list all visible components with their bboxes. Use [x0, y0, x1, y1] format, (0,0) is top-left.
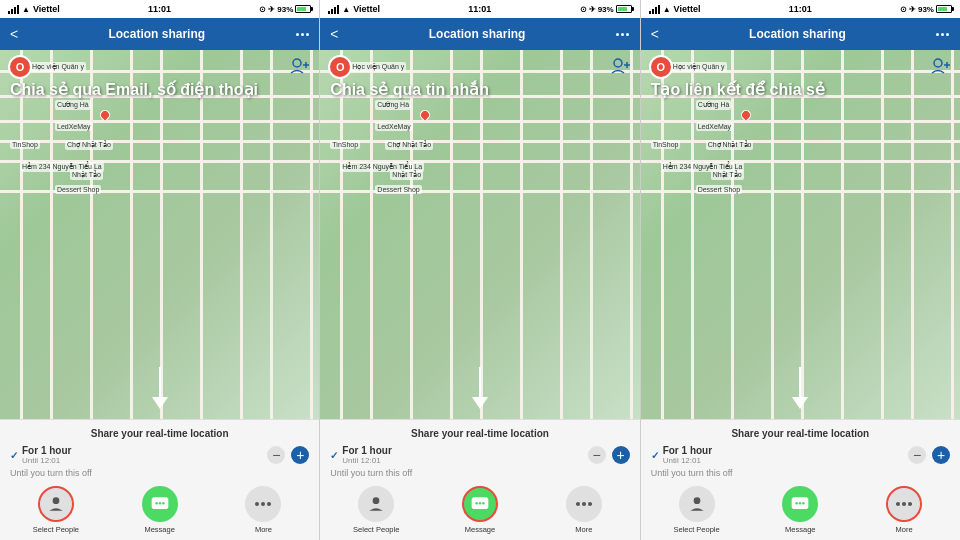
more-menu-button[interactable] [936, 33, 950, 36]
map-area: Học viện Quân yCường HàLedXeMayTinShopCh… [0, 50, 319, 419]
action-select-people-button[interactable]: Select People [647, 486, 747, 534]
decrease-duration-button[interactable]: − [908, 446, 926, 464]
svg-point-9 [614, 59, 622, 67]
duration-controls: − + [267, 446, 309, 464]
map-road-v [310, 50, 313, 419]
duration-text: For 1 hour [342, 445, 391, 456]
bottom-panel: Share your real-time location ✓ For 1 ho… [0, 419, 319, 540]
duration-sub: Until 12:01 [22, 456, 71, 465]
dot-icon [306, 33, 309, 36]
map-road-v [50, 50, 53, 419]
back-button[interactable]: < [10, 26, 18, 42]
svg-point-6 [155, 502, 158, 505]
bottom-panel: Share your real-time location ✓ For 1 ho… [320, 419, 639, 540]
map-label: Cường Hà [696, 100, 732, 110]
action-select-people-button[interactable]: Select People [326, 486, 426, 534]
map-road-v [340, 50, 343, 419]
more-menu-button[interactable] [616, 33, 630, 36]
action-buttons: Select People Message More [6, 486, 313, 534]
action-more-button[interactable]: More [214, 486, 314, 534]
select-people-label: Select People [353, 525, 399, 534]
battery-percent: 93% [598, 5, 614, 14]
wifi-icon: ▲ [663, 5, 671, 14]
map-road-v [240, 50, 243, 419]
increase-duration-button[interactable]: + [291, 446, 309, 464]
svg-point-26 [802, 502, 805, 505]
arrow-line [479, 367, 481, 397]
battery-percent: 93% [918, 5, 934, 14]
map-label: Học viện Quân y [30, 62, 86, 72]
map-road-v [841, 50, 844, 419]
check-icon: ✓ [330, 450, 338, 461]
map-label: Dessert Shop [55, 185, 101, 194]
duration-sub: Until 12:01 [342, 456, 391, 465]
battery-fill [938, 7, 947, 11]
person-icon [687, 494, 707, 514]
dot-icon [946, 33, 949, 36]
action-buttons: Select People Message More [326, 486, 633, 534]
map-road-v [881, 50, 884, 419]
map-road-v [731, 50, 734, 419]
duration-text: For 1 hour [663, 445, 712, 456]
map-road-v [370, 50, 373, 419]
action-select-people-button[interactable]: Select People [6, 486, 106, 534]
status-time: 11:01 [148, 4, 171, 14]
dot-icon [261, 502, 265, 506]
map-road-v [130, 50, 133, 419]
battery-fill [297, 7, 306, 11]
arrow-line [159, 367, 161, 397]
person-icon [366, 494, 386, 514]
signal-bar [655, 7, 657, 14]
svg-point-8 [162, 502, 165, 505]
map-road-v [911, 50, 914, 419]
check-icon: ✓ [651, 450, 659, 461]
map-label: TinShop [330, 140, 360, 149]
back-button[interactable]: < [330, 26, 338, 42]
duration-row: ✓ For 1 hour Until 12:01 − + [326, 445, 633, 465]
more-dots-icon [255, 502, 271, 506]
action-message-button[interactable]: Message [750, 486, 850, 534]
arrow-head [152, 397, 168, 409]
battery-icon: ⊙ [900, 5, 907, 14]
map-label: Cường Hà [55, 100, 91, 110]
map-label: Dessert Shop [375, 185, 421, 194]
svg-point-16 [479, 502, 482, 505]
action-message-button[interactable]: Message [110, 486, 210, 534]
dot-icon [588, 502, 592, 506]
map-road-v [951, 50, 954, 419]
duration-controls: − + [908, 446, 950, 464]
increase-duration-button[interactable]: + [612, 446, 630, 464]
person-icon [46, 494, 66, 514]
message-icon [150, 494, 170, 514]
increase-duration-button[interactable]: + [932, 446, 950, 464]
action-message-button[interactable]: Message [430, 486, 530, 534]
duration-controls: − + [588, 446, 630, 464]
battery [616, 5, 632, 13]
status-right: ⊙ ✈ 93% [259, 5, 311, 14]
decrease-duration-button[interactable]: − [267, 446, 285, 464]
bottom-panel: Share your real-time location ✓ For 1 ho… [641, 419, 960, 540]
more-menu-button[interactable] [295, 33, 309, 36]
dot-icon [936, 33, 939, 36]
until-off-text: Until you turn this off [326, 468, 633, 478]
message-icon-wrap [782, 486, 818, 522]
add-person-button[interactable] [610, 55, 632, 77]
airplane-icon: ✈ [589, 5, 596, 14]
back-button[interactable]: < [651, 26, 659, 42]
signal-bars [649, 5, 660, 14]
add-person-button[interactable] [930, 55, 952, 77]
duration-text: For 1 hour [22, 445, 71, 456]
app-header: < Location sharing [320, 18, 639, 50]
phone-panel-1: ▲ Viettel 11:01 ⊙ ✈ 93% < Location shari… [0, 0, 320, 540]
message-icon-wrap [462, 486, 498, 522]
decrease-duration-button[interactable]: − [588, 446, 606, 464]
add-person-button[interactable] [289, 55, 311, 77]
duration-row: ✓ For 1 hour Until 12:01 − + [647, 445, 954, 465]
action-more-button[interactable]: More [854, 486, 954, 534]
status-bar: ▲ Viettel 11:01 ⊙ ✈ 93% [0, 0, 319, 18]
carrier-name: Viettel [674, 4, 701, 14]
action-more-button[interactable]: More [534, 486, 634, 534]
status-time: 11:01 [789, 4, 812, 14]
signal-bar [337, 5, 339, 14]
status-bar: ▲ Viettel 11:01 ⊙ ✈ 93% [320, 0, 639, 18]
